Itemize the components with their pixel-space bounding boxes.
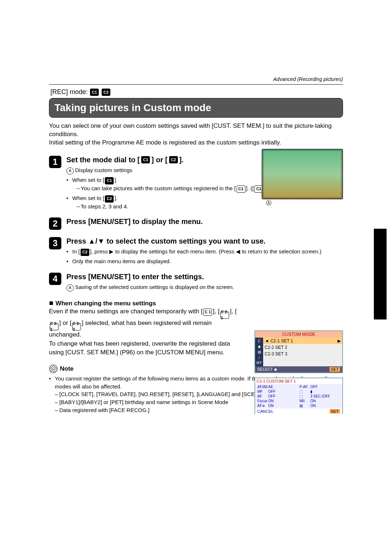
t: SELECT ◆ [257, 367, 277, 372]
c1-plain-icon: C1 [237, 186, 245, 193]
step-3-title: Press ▲/▼ to select the custom settings … [66, 237, 343, 245]
menu1-footer: SELECT ◆ SET [255, 366, 342, 372]
t: ]. [179, 156, 184, 164]
step-2-number: 2 [49, 217, 61, 230]
step-2: 2 Press [MENU/SET] to display the menu. [49, 217, 343, 230]
divider [49, 84, 343, 85]
t: ] or [ [151, 156, 167, 164]
t: Only the main menu items are displayed. [72, 257, 171, 265]
sample-photo [262, 149, 343, 199]
c1-plain-icon: C 1 [203, 309, 212, 316]
t: ], [ [230, 308, 237, 315]
changing-heading: ■When changing the menu settings [49, 299, 245, 307]
intro-text: You can select one of your own custom se… [49, 122, 343, 147]
step-2-title: Press [MENU/SET] to display the menu. [66, 217, 343, 226]
c2-icon: C2 [169, 156, 178, 163]
step-4: 4 Press [MENU/SET] to enter the settings… [49, 273, 343, 292]
t: →To steps 2, 3 and 4. [75, 203, 128, 209]
menu1-row-1[interactable]: ◄C2-1 SET 1▶ [263, 338, 342, 344]
t: Display custom settings [75, 167, 132, 173]
menu1-row-2[interactable]: C2-2 SET 2 [263, 344, 342, 351]
intro-line1: You can select one of your own custom se… [49, 122, 343, 139]
t: ], press ▶ to display the settings for e… [90, 248, 322, 254]
t: Set the mode dial to [ [66, 156, 140, 164]
menu2-footer: CANCEL SET [255, 408, 342, 414]
t: ] or [ [59, 319, 72, 326]
t: In [ [72, 248, 80, 254]
c2-icon: C2 [102, 89, 110, 96]
c1-icon: C1 [105, 177, 114, 184]
menu2-grid: AF/AEAEP-AFOFF MFOFF⬚▮ AFOFF⬚3 SEC./OFF … [255, 384, 342, 408]
menu1-set[interactable]: SET [330, 367, 340, 372]
step3-b1: •In [C2], press ▶ to display the setting… [66, 248, 343, 256]
step-3-number: 3 [49, 237, 61, 249]
t: Saving of the selected custom settings i… [75, 284, 234, 290]
step-4-number: 4 [49, 273, 61, 285]
t: ]. [114, 195, 117, 201]
t: ], [ [213, 308, 220, 315]
changing-p1: Even if the menu settings are changed te… [49, 307, 245, 339]
t: →You can take pictures with the custom s… [75, 185, 236, 191]
step4-a: ASaving of the selected custom settings … [66, 283, 241, 292]
step3-b2: •Only the main menu items are displayed. [66, 257, 343, 265]
custom-mode-menu: CUSTOM MODE C◉▤♪MY ◄C2-1 SET 1▶ C2-2 SET… [254, 330, 343, 373]
step-3: 3 Press ▲/▼ to select the custom setting… [49, 237, 343, 265]
step-1-number: 1 [49, 156, 61, 168]
c23-icon: C 2-3 [72, 323, 81, 330]
t: ]. [114, 177, 117, 183]
menu2-title: C2-1 CUSTOM SET 1 [255, 378, 342, 384]
menu1-row-3[interactable]: C2-3 SET 3 [263, 351, 342, 357]
t: When set to [ [72, 195, 104, 201]
rec-mode-label: [REC] mode: [50, 88, 88, 96]
label-a-icon: A [66, 167, 74, 175]
t: Even if the menu settings are changed te… [49, 308, 203, 315]
menu1-sidebar: C◉▤♪MY [255, 338, 263, 366]
label-a-icon: A [66, 284, 74, 292]
custom-set-detail: C2-1 CUSTOM SET 1 AF/AEAEP-AFOFF MFOFF⬚▮… [254, 378, 343, 414]
changing-section: ■When changing the menu settings Even if… [49, 299, 245, 357]
t: When set to [ [72, 177, 104, 183]
side-tab [374, 229, 387, 319]
changing-p2: To change what has been registered, over… [49, 339, 245, 357]
rec-mode-row: [REC] mode: C1 C2 [50, 88, 343, 96]
t: ]. ([ [246, 185, 254, 191]
c2-icon: C2 [81, 249, 89, 256]
menu2-cancel[interactable]: CANCEL [257, 409, 274, 414]
c21-icon: C 2-1 [220, 311, 229, 319]
square-bullet-icon: ■ [49, 299, 53, 307]
section-header: Advanced (Recording pictures) [49, 76, 343, 82]
intro-line2: Initial setting of the Programme AE mode… [49, 139, 343, 147]
page-title: Taking pictures in Custom mode [49, 98, 343, 118]
menu2-set[interactable]: SET [330, 409, 340, 414]
c2-icon: C2 [105, 195, 114, 203]
c22-icon: C 2-2 [50, 323, 58, 330]
t: Note [60, 365, 74, 372]
note-icon [49, 364, 58, 373]
t: When changing the menu settings [56, 300, 156, 307]
c1-icon: C1 [141, 156, 150, 163]
c1-icon: C1 [90, 89, 99, 96]
step-4-title: Press [MENU/SET] to enter the settings. [66, 273, 241, 281]
menu1-title: CUSTOM MODE [255, 331, 342, 338]
